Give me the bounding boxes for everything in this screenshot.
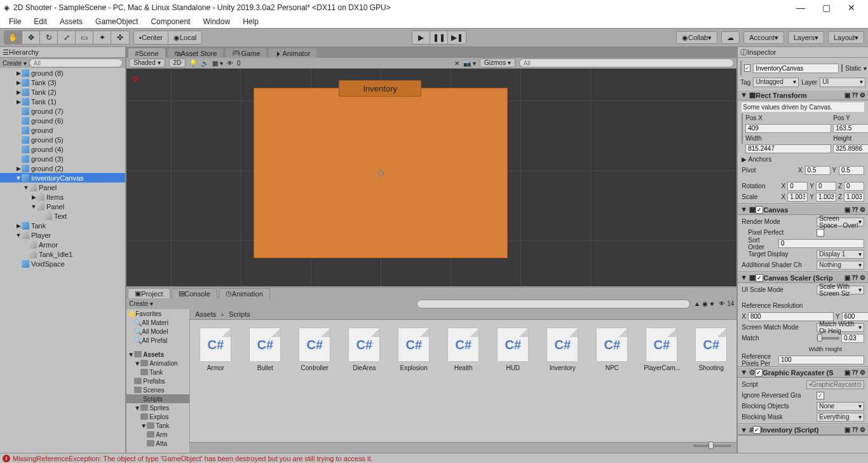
rect-transform-header[interactable]: ▼ ▦ Rect Transform▣ ⁇ ⚙: [738, 90, 868, 100]
light-icon[interactable]: 💡: [189, 60, 197, 67]
transform-tool[interactable]: ✦: [93, 31, 111, 44]
hand-tool[interactable]: ✋: [4, 31, 22, 44]
project-item[interactable]: C#Inventory: [545, 328, 580, 434]
pos-y[interactable]: [833, 124, 868, 133]
project-item[interactable]: C#Armor: [198, 328, 233, 434]
tools-icon[interactable]: ✕: [454, 60, 459, 67]
hierarchy-create[interactable]: Create ▾: [3, 60, 27, 67]
account-button[interactable]: Account ▾: [743, 31, 784, 44]
project-item[interactable]: C#Explosion: [396, 328, 431, 434]
layer-select[interactable]: UI▾: [820, 78, 865, 87]
project-create[interactable]: Create ▾: [129, 300, 153, 307]
hierarchy-tree[interactable]: ▶ground (8)▶Tank (3)▶Tank (2)▶Tank (1)gr…: [0, 68, 125, 453]
2d-toggle[interactable]: 2D: [169, 59, 186, 67]
favorites-row[interactable]: ⭐Favorites: [126, 309, 189, 318]
scripts-folder[interactable]: Scripts: [126, 394, 189, 403]
custom-tool[interactable]: ✜: [111, 31, 129, 44]
hierarchy-item[interactable]: ground (3): [0, 154, 125, 163]
project-item[interactable]: C#Shooting: [693, 328, 729, 434]
menu-gameobject[interactable]: GameObject: [89, 16, 144, 27]
step-button[interactable]: ▶❚: [448, 31, 466, 44]
zoom-slider[interactable]: [693, 445, 731, 447]
hierarchy-item[interactable]: ▶ground (8): [0, 68, 125, 78]
width[interactable]: [745, 144, 831, 153]
play-button[interactable]: ▶: [412, 31, 430, 44]
hierarchy-item[interactable]: ▶Tank (2): [0, 87, 125, 97]
anchor-preset[interactable]: [742, 113, 743, 144]
pivot-center[interactable]: ▪Center: [134, 31, 168, 44]
menu-assets[interactable]: Assets: [53, 16, 89, 27]
project-item[interactable]: C#PlayerCam...: [644, 328, 679, 434]
hierarchy-item[interactable]: ▼Panel: [0, 183, 125, 192]
collab-button[interactable]: ◉ Collab ▾: [676, 31, 717, 44]
hierarchy-item[interactable]: ground (4): [0, 144, 125, 154]
hierarchy-item[interactable]: ▶Tank: [0, 221, 125, 230]
project-item[interactable]: C#Controller: [297, 328, 332, 434]
hierarchy-item[interactable]: ▼Player: [0, 230, 125, 240]
height[interactable]: [833, 144, 868, 153]
active-checkbox[interactable]: ✓: [744, 64, 750, 72]
hierarchy-item[interactable]: ground (7): [0, 106, 125, 116]
scene-search[interactable]: [519, 59, 735, 67]
project-tree[interactable]: ⭐Favorites 🔍All Materi 🔍All Model 🔍All P…: [126, 309, 190, 453]
pos-x[interactable]: [745, 124, 831, 133]
breadcrumb[interactable]: Assets › Scripts: [190, 309, 736, 320]
shading-mode[interactable]: Shaded ▾: [129, 59, 165, 67]
menu-file[interactable]: File: [3, 16, 27, 27]
menu-help[interactable]: Help: [236, 16, 265, 27]
tag-select[interactable]: Untagged▾: [753, 78, 799, 87]
project-items[interactable]: C#ArmorC#BulletC#ControllerC#DieAreaC#Ex…: [190, 320, 736, 442]
project-item[interactable]: C#DieArea: [346, 328, 382, 434]
minimize-button[interactable]: —: [788, 0, 813, 15]
tab-game[interactable]: 🎮 Game: [225, 48, 267, 58]
cloud-button[interactable]: ☁: [721, 31, 740, 44]
hierarchy-item[interactable]: Text: [0, 211, 125, 221]
hierarchy-item[interactable]: ▼Panel: [0, 202, 125, 211]
hierarchy-item[interactable]: ▶ground (2): [0, 163, 125, 173]
gizmos-toggle[interactable]: Gizmos ▾: [480, 59, 515, 67]
hierarchy-item[interactable]: VoidSpace: [0, 259, 125, 268]
layers-button[interactable]: Layers ▾: [788, 31, 824, 44]
hierarchy-item[interactable]: ground: [0, 125, 125, 135]
pivot-local[interactable]: ◉Local: [168, 31, 201, 44]
audio-icon[interactable]: 🔊: [201, 60, 208, 67]
hierarchy-item[interactable]: ground (5): [0, 135, 125, 144]
match-slider[interactable]: [817, 337, 839, 340]
project-search[interactable]: [417, 300, 689, 308]
tab-project[interactable]: ▣ Project: [128, 288, 170, 298]
hierarchy-item[interactable]: ▼InventoryCanvas: [0, 173, 125, 183]
project-item[interactable]: C#Bullet: [247, 328, 283, 434]
hidden-count[interactable]: 👁 14: [719, 300, 734, 307]
scale-tool[interactable]: ⤢: [58, 31, 76, 44]
hierarchy-item[interactable]: Armor: [0, 240, 125, 249]
assets-row[interactable]: ▼Assets: [126, 350, 189, 359]
gameobject-icon[interactable]: [740, 60, 742, 76]
pause-button[interactable]: ❚❚: [430, 31, 448, 44]
rotate-tool[interactable]: ↻: [40, 31, 58, 44]
hierarchy-tab[interactable]: ☰ Hierarchy: [0, 47, 125, 58]
menu-edit[interactable]: Edit: [27, 16, 53, 27]
tab-animator[interactable]: ⏵ Animator: [268, 48, 317, 58]
project-item[interactable]: C#HUD: [495, 328, 531, 434]
move-tool[interactable]: ✥: [22, 31, 40, 44]
hierarchy-item[interactable]: ▶Items: [0, 192, 125, 202]
hierarchy-item[interactable]: ▶Tank (1): [0, 97, 125, 106]
layout-button[interactable]: Layout ▾: [828, 31, 864, 44]
maximize-button[interactable]: ▢: [813, 0, 839, 15]
fx-icon[interactable]: ▦ ▾: [212, 60, 223, 67]
hierarchy-item[interactable]: ▶Tank (3): [0, 78, 125, 87]
menu-component[interactable]: Component: [144, 16, 196, 27]
gameobject-name-input[interactable]: [753, 64, 839, 73]
inspector-tab[interactable]: ⓘ Inspector: [738, 47, 868, 58]
hierarchy-search[interactable]: [29, 59, 123, 67]
hierarchy-item[interactable]: Tank_Idle1: [0, 249, 125, 259]
project-item[interactable]: C#NPC: [594, 328, 630, 434]
tab-console[interactable]: ▤ Console: [172, 288, 217, 298]
filter-icons[interactable]: ▲ ◉ ★: [694, 300, 715, 307]
inventory-header-visual[interactable]: Inventory: [339, 80, 421, 97]
camera-icon[interactable]: 📷 ▾: [463, 60, 476, 67]
tab-scene[interactable]: # Scene: [128, 48, 165, 58]
hierarchy-item[interactable]: ground (6): [0, 116, 125, 125]
menu-window[interactable]: Window: [196, 16, 236, 27]
close-button[interactable]: ✕: [839, 0, 864, 15]
